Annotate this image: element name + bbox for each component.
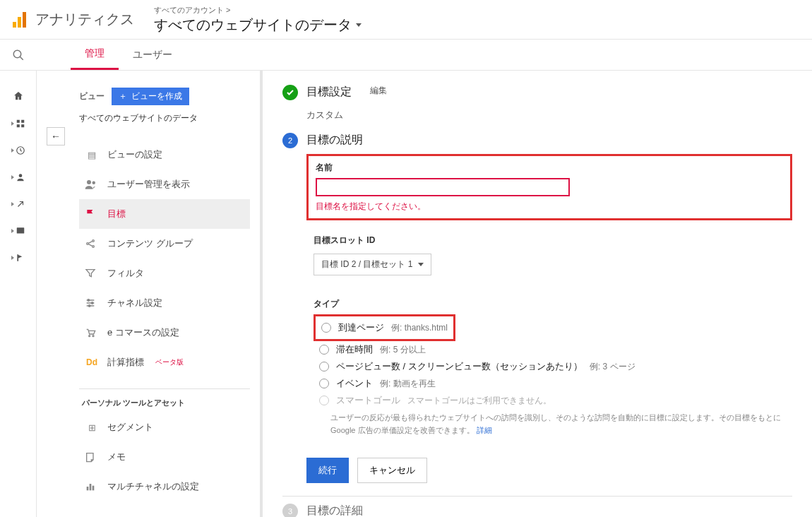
svg-point-12 — [87, 180, 91, 184]
nav-notes[interactable]: メモ — [79, 442, 250, 472]
radio-icon — [319, 362, 329, 372]
tab-user[interactable]: ユーザー — [119, 40, 186, 70]
step-2-actions: 続行 キャンセル — [306, 458, 792, 483]
type-label: タイプ — [314, 298, 785, 310]
svg-point-3 — [13, 50, 21, 58]
svg-point-17 — [88, 299, 90, 302]
step-2-header: 2 目標の説明 — [282, 133, 792, 148]
nav-segments[interactable]: ⊞セグメント — [79, 412, 250, 442]
nav-view-settings[interactable]: ▤ビューの設定 — [79, 140, 250, 170]
caret-down-icon — [418, 263, 424, 266]
rail-custom[interactable] — [11, 119, 25, 129]
personal-section-title: パーソナル ツールとアセット — [79, 398, 250, 408]
radio-icon — [319, 345, 329, 355]
slot-select[interactable]: 目標 ID 2 / 目標セット 1 — [314, 254, 431, 275]
type-option-pageviews[interactable]: ページビュー数 / スクリーンビュー数（セッションあたり） 例: 3 ページ — [314, 358, 785, 375]
nav-calc-metrics[interactable]: Dd計算指標ベータ版 — [79, 347, 250, 377]
nav-channel[interactable]: チャネル設定 — [79, 288, 250, 318]
type-option-duration[interactable]: 滞在時間 例: 5 分以上 — [314, 341, 785, 358]
svg-point-14 — [87, 243, 89, 245]
nav-goals[interactable]: 目標 — [79, 199, 250, 229]
svg-point-18 — [91, 302, 93, 304]
type-option-destination[interactable]: 到達ページ 例: thanks.html — [321, 319, 448, 336]
radio-icon — [321, 323, 331, 333]
doc-icon: ▤ — [85, 150, 99, 160]
svg-point-20 — [89, 335, 90, 337]
name-label: 名前 — [316, 162, 783, 174]
svg-rect-11 — [16, 227, 24, 233]
sub-header: 管理 ユーザー — [0, 40, 812, 71]
step-3-header: 3 目標の詳細 — [282, 504, 792, 517]
rail-acquisition[interactable] — [11, 199, 25, 209]
type-option-smartgoal: スマートゴール スマートゴールはご利用できません。 — [314, 392, 785, 409]
beta-badge: ベータ版 — [155, 357, 184, 367]
rail-behavior[interactable] — [11, 226, 25, 236]
nav-user-mgmt[interactable]: ユーザー管理を表示 — [79, 170, 250, 199]
note-icon — [85, 451, 99, 463]
dataset-name: すべてのウェブサイトのデータ — [79, 112, 250, 124]
smartgoal-details-link[interactable]: 詳細 — [477, 426, 492, 434]
svg-point-15 — [92, 240, 95, 242]
sliders-icon — [85, 297, 99, 309]
people-icon — [85, 179, 99, 189]
collapse-button[interactable]: ← — [47, 127, 65, 145]
nav-filters[interactable]: フィルタ — [79, 258, 250, 288]
step-2-badge: 2 — [282, 133, 298, 148]
slot-label: 目標スロット ID — [314, 234, 785, 246]
arrow-left-icon: ← — [51, 131, 61, 142]
continue-button[interactable]: 続行 — [306, 458, 349, 483]
search-button[interactable] — [0, 40, 37, 71]
name-error: 目標名を指定してください。 — [316, 201, 783, 213]
view-selector[interactable]: すべてのアカウント > すべてのウェブサイトのデータ — [154, 5, 362, 35]
nav-multichannel[interactable]: マルチチャネルの設定 — [79, 472, 250, 501]
step-2-title: 目標の説明 — [306, 133, 363, 148]
app-name: アナリティクス — [35, 10, 134, 29]
settings-panel: ビュー ＋ ビューを作成 すべてのウェブサイトのデータ ← ▤ビューの設定 ユー… — [37, 71, 263, 517]
svg-rect-2 — [23, 12, 26, 28]
svg-point-13 — [92, 182, 96, 185]
create-view-button[interactable]: ＋ ビューを作成 — [112, 88, 189, 105]
slot-field-group: 目標スロット ID 目標 ID 2 / 目標セット 1 — [306, 230, 792, 280]
cancel-button[interactable]: キャンセル — [357, 458, 427, 483]
caret-right-icon — [11, 148, 14, 153]
funnel-icon — [85, 268, 99, 279]
step-3-badge: 3 — [282, 504, 298, 517]
personal-nav: ⊞セグメント メモ マルチチャネルの設定 — [79, 412, 250, 501]
svg-point-16 — [92, 246, 95, 248]
segment-icon: ⊞ — [85, 422, 99, 433]
rail-home[interactable] — [13, 90, 24, 102]
smartgoal-description: ユーザーの反応が最も得られたウェブサイトへの訪問を識別し、そのような訪問を自動的… — [330, 412, 782, 436]
svg-rect-24 — [92, 486, 95, 491]
nav-ecommerce[interactable]: e コマースの設定 — [79, 318, 250, 347]
caret-right-icon — [11, 202, 14, 206]
view-label: ビュー — [79, 90, 105, 102]
rail-conversions[interactable] — [11, 253, 25, 263]
svg-rect-1 — [18, 17, 21, 28]
step-1-title: 目標設定 — [306, 85, 352, 100]
goal-name-input[interactable] — [316, 178, 570, 196]
app-header: アナリティクス すべてのアカウント > すべてのウェブサイトのデータ — [0, 0, 812, 40]
step-3-title: 目標の詳細 — [306, 504, 363, 517]
step-1-header: 目標設定 編集 — [282, 85, 792, 100]
breadcrumb: すべてのアカウント > — [154, 5, 362, 16]
ga-logo-icon — [13, 12, 27, 28]
svg-point-10 — [18, 174, 22, 177]
dd-icon: Dd — [85, 357, 99, 367]
svg-rect-5 — [16, 120, 19, 123]
divider — [79, 388, 250, 389]
type-field-group: タイプ 到達ページ 例: thanks.html 滞在時間 例: 5 分以上 ペ… — [306, 294, 792, 441]
caret-right-icon — [11, 229, 14, 233]
share-icon — [85, 238, 99, 249]
rail-audience[interactable] — [11, 172, 25, 182]
svg-line-4 — [20, 57, 23, 60]
flag-icon — [85, 208, 99, 220]
name-field-group: 名前 目標名を指定してください。 — [306, 154, 792, 220]
step-1-edit-link[interactable]: 編集 — [370, 85, 387, 97]
type-option-event[interactable]: イベント 例: 動画を再生 — [314, 375, 785, 392]
tab-admin[interactable]: 管理 — [71, 40, 119, 70]
rail-realtime[interactable] — [11, 145, 25, 155]
nav-rail — [0, 71, 37, 517]
nav-content-group[interactable]: コンテンツ グループ — [79, 229, 250, 258]
svg-rect-22 — [87, 487, 89, 490]
caret-right-icon — [11, 256, 14, 260]
